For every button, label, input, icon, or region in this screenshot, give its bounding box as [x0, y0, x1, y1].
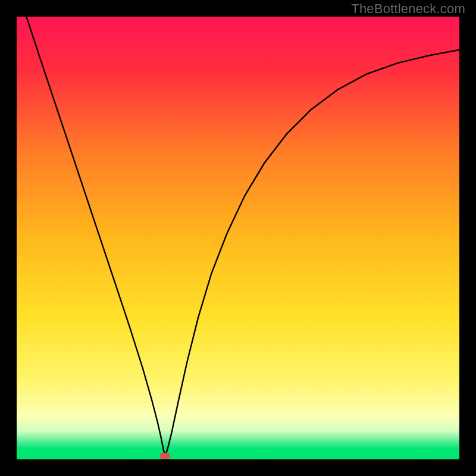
- chart-frame: TheBottleneck.com: [0, 0, 476, 476]
- gradient-background: [17, 17, 459, 459]
- site-watermark: TheBottleneck.com: [351, 1, 465, 17]
- optimum-marker: [160, 453, 170, 459]
- bottleneck-chart: [17, 17, 459, 459]
- plot-area: [17, 17, 459, 459]
